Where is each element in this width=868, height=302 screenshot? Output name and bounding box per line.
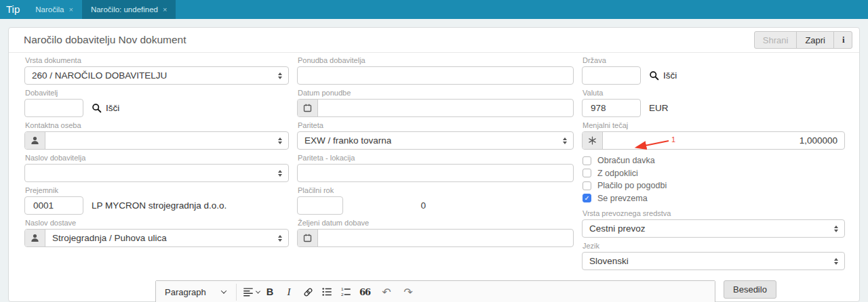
field-vrsta-dokumenta: Vrsta dokumenta 260 / NAROČILO DOBAVITEL… <box>24 56 289 85</box>
numbered-list-button[interactable]: 12 <box>337 284 355 301</box>
placilni-rok-input[interactable] <box>298 197 434 214</box>
field-label: Ponudba dobavitelja <box>298 56 574 65</box>
editor-toolbar: Paragraph B I <box>156 281 715 302</box>
alignment-button[interactable] <box>242 284 260 301</box>
field-label: Jezik <box>583 242 845 251</box>
checkbox-box[interactable] <box>583 181 591 190</box>
checkbox-obracun-davka[interactable]: Obračun davka <box>583 154 845 167</box>
close-button[interactable]: Zapri <box>796 31 834 49</box>
datum-ponudbe-input[interactable] <box>318 100 573 116</box>
page-title: Naročilo dobavitelju Nov dokument <box>24 34 186 46</box>
drzava-search-link[interactable]: Išči <box>649 70 677 81</box>
field-prejemnik: Prejemnik LP MYCRON strojegradnja d.o.o. <box>24 186 289 215</box>
person-icon <box>30 233 40 243</box>
tab-narocila[interactable]: Naročila × <box>26 0 82 19</box>
exchange-rate-button[interactable] <box>583 132 603 149</box>
contact-picker-button[interactable] <box>25 132 45 149</box>
select-spinner-icon <box>278 72 282 79</box>
select-spinner-icon <box>563 137 567 144</box>
undo-button[interactable]: ↶ <box>378 284 395 301</box>
checkbox-box-checked[interactable]: ✓ <box>583 194 591 202</box>
align-icon <box>243 286 254 297</box>
calendar-icon <box>302 233 313 243</box>
paragraph-dropdown-label: Paragraph <box>165 287 206 297</box>
field-naslov-dostave: Naslov dostave Strojegradnja / Puhova ul… <box>24 219 289 247</box>
field-datum-ponudbe: Datum ponudbe <box>297 89 574 117</box>
svg-text:1: 1 <box>341 286 344 291</box>
field-pariteta-lokacija: Pariteta - lokacija <box>297 154 574 182</box>
info-button[interactable]: i <box>833 31 852 49</box>
field-label: Vrsta prevoznega sredstva <box>583 209 845 218</box>
menjalni-tecaj-value[interactable]: 1,000000 <box>603 135 844 146</box>
close-icon[interactable]: × <box>163 6 167 14</box>
select-spinner-icon <box>278 170 282 177</box>
block-quote-button[interactable]: 66 <box>356 284 374 301</box>
toolbar-separator <box>236 284 237 301</box>
panel-header: Naročilo dobavitelju Nov dokument Shrani… <box>9 28 859 53</box>
options-checkbox-group: Obračun davka Z odpoklici Plačilo po pog… <box>583 154 845 204</box>
field-label: Željeni datum dobave <box>298 219 574 228</box>
header-button-group: Shrani Zapri i <box>755 31 852 49</box>
tab-narocilo-undefined[interactable]: Naročilo: undefined × <box>82 0 176 19</box>
field-label: Plačilni rok <box>298 186 574 195</box>
prejemnik-company-name: LP MYCRON strojegradnja d.o.o. <box>92 200 226 211</box>
italic-button[interactable]: I <box>280 284 298 301</box>
ponudba-dobavitelja-input[interactable] <box>298 67 573 84</box>
svg-text:2: 2 <box>341 292 344 297</box>
field-menjalni-tecaj: Menjalni tečaj 1,000000 <box>582 121 845 150</box>
search-label: Išči <box>106 103 119 113</box>
field-placilni-rok: Plačilni rok <box>297 186 574 215</box>
select-spinner-icon <box>834 258 838 265</box>
bulleted-list-icon <box>321 286 332 297</box>
checkbox-placilo-po-pogodbi[interactable]: Plačilo po pogodbi <box>583 179 845 192</box>
date-picker-button[interactable] <box>298 100 318 116</box>
field-vrsta-prevoznega-sredstva: Vrsta prevoznega sredstva Cestni prevoz <box>582 209 845 238</box>
document-panel: Naročilo dobavitelju Nov dokument Shrani… <box>8 27 860 302</box>
field-dobavitelj: Dobavitelj Išči <box>24 89 289 117</box>
checkbox-se-prevzema[interactable]: ✓ Se prevzema <box>583 192 845 205</box>
field-pariteta: Pariteta EXW / franko tovarna <box>297 121 574 150</box>
besedilo-button[interactable]: Besedilo <box>724 280 776 299</box>
naslov-dobavitelja-select[interactable] <box>24 164 289 182</box>
field-label: Naslov dostave <box>25 219 289 228</box>
top-tab-bar: Tip Naročila × Naročilo: undefined × <box>0 0 868 19</box>
app-brand: Tip <box>0 0 26 19</box>
pariteta-lokacija-input[interactable] <box>298 165 573 181</box>
field-label: Menjalni tečaj <box>583 121 845 130</box>
chevron-down-icon <box>221 288 226 293</box>
person-icon <box>30 135 40 146</box>
checkbox-box[interactable] <box>583 169 591 177</box>
checkbox-z-odpoklici[interactable]: Z odpoklici <box>583 167 845 180</box>
bulleted-list-button[interactable] <box>318 284 336 301</box>
date-picker-button[interactable] <box>298 230 318 246</box>
checkbox-box[interactable] <box>583 156 591 165</box>
save-button[interactable]: Shrani <box>754 31 797 49</box>
naslov-dostave-select[interactable]: Strojegradnja / Puhova ulica <box>24 229 289 247</box>
dobavitelj-search-link[interactable]: Išči <box>92 103 119 113</box>
field-jezik: Jezik Slovenski <box>582 242 845 270</box>
pariteta-select[interactable]: EXW / franko tovarna <box>297 131 574 150</box>
text-editor-row: Paragraph B I <box>24 280 844 302</box>
zeljeni-datum-dobave-input[interactable] <box>318 230 573 246</box>
link-button[interactable] <box>299 284 317 301</box>
field-drzava: Država Išči <box>582 56 845 85</box>
field-naslov-dobavitelja: Naslov dobavitelja <box>24 154 289 182</box>
field-label: Vrsta dokumenta <box>25 56 289 65</box>
address-picker-button[interactable] <box>25 230 45 246</box>
redo-button[interactable]: ↷ <box>399 284 417 301</box>
field-label: Kontaktna oseba <box>25 121 289 130</box>
jezik-select[interactable]: Slovenski <box>582 252 845 270</box>
field-valuta: Valuta EUR <box>582 89 845 117</box>
kontaktna-oseba-select[interactable] <box>24 131 289 150</box>
bold-button[interactable]: B <box>261 284 279 301</box>
form-column-middle: Ponudba dobavitelja Datum ponudbe Parite… <box>297 56 574 251</box>
paragraph-dropdown[interactable]: Paragraph <box>161 284 231 301</box>
field-label: Naslov dobavitelja <box>25 154 289 163</box>
field-zeljeni-datum-dobave: Željeni datum dobave <box>297 219 574 247</box>
vrsta-prevoznega-sredstva-select[interactable]: Cestni prevoz <box>582 219 845 238</box>
search-icon <box>92 103 102 113</box>
numbered-list-icon: 12 <box>340 286 351 297</box>
close-icon[interactable]: × <box>68 6 73 14</box>
field-kontaktna-oseba: Kontaktna oseba <box>24 121 289 150</box>
vrsta-dokumenta-select[interactable]: 260 / NAROČILO DOBAVITELJU <box>24 66 289 85</box>
